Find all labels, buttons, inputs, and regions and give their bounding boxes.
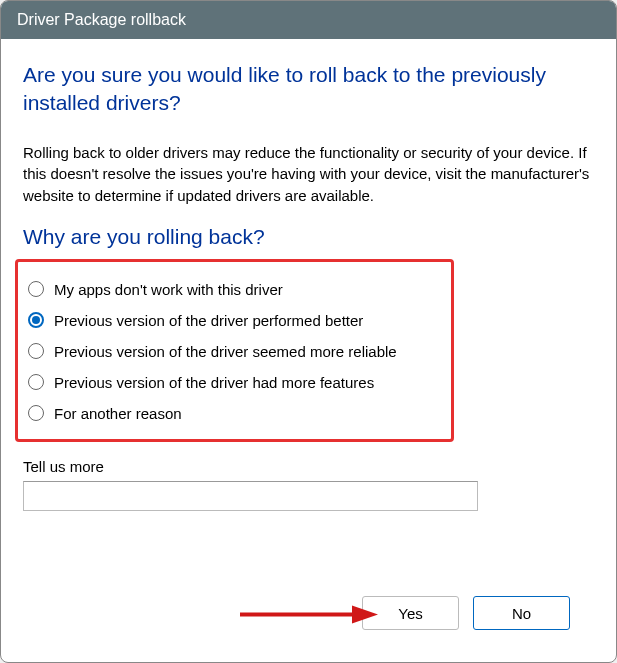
reason-label: Previous version of the driver had more … [54, 374, 374, 391]
radio-icon [28, 343, 44, 359]
radio-icon [28, 281, 44, 297]
main-heading: Are you sure you would like to roll back… [23, 61, 594, 118]
reason-option-2[interactable]: Previous version of the driver seemed mo… [28, 336, 441, 367]
reason-label: Previous version of the driver seemed mo… [54, 343, 397, 360]
tellmore-label: Tell us more [23, 458, 594, 475]
reason-label: My apps don't work with this driver [54, 281, 283, 298]
radio-icon [28, 405, 44, 421]
no-button[interactable]: No [473, 596, 570, 630]
dialog-footer: Yes No [23, 586, 594, 648]
body-text: Rolling back to older drivers may reduce… [23, 142, 594, 207]
reason-label: Previous version of the driver performed… [54, 312, 363, 329]
reason-option-3[interactable]: Previous version of the driver had more … [28, 367, 441, 398]
reason-label: For another reason [54, 405, 182, 422]
reason-option-4[interactable]: For another reason [28, 398, 441, 429]
dialog-content: Are you sure you would like to roll back… [1, 39, 616, 662]
reason-option-1[interactable]: Previous version of the driver performed… [28, 305, 441, 336]
annotation-arrow-icon [238, 603, 378, 627]
tellmore-input[interactable] [23, 481, 478, 511]
reason-radio-group: My apps don't work with this driver Prev… [15, 259, 454, 442]
window-title: Driver Package rollback [17, 11, 186, 28]
titlebar[interactable]: Driver Package rollback [1, 1, 616, 39]
subheading: Why are you rolling back? [23, 225, 594, 249]
yes-button[interactable]: Yes [362, 596, 459, 630]
radio-icon [28, 312, 44, 328]
reason-option-0[interactable]: My apps don't work with this driver [28, 274, 441, 305]
dialog-window: Driver Package rollback Are you sure you… [0, 0, 617, 663]
radio-icon [28, 374, 44, 390]
